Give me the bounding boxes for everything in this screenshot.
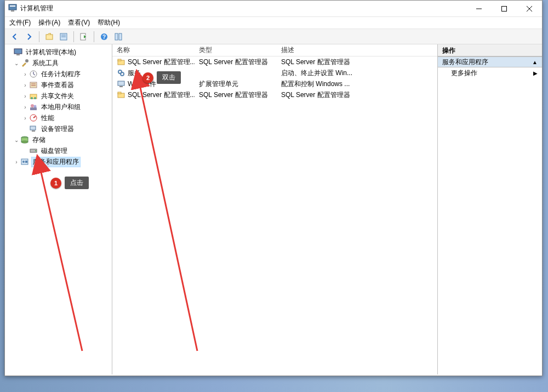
tree-services-apps[interactable]: › 服务和应用程序 bbox=[5, 156, 112, 167]
list-panel: 名称 类型 描述 SQL Server 配置管理...SQL Server 配置… bbox=[112, 44, 438, 374]
device-icon bbox=[29, 124, 38, 133]
svg-point-24 bbox=[31, 97, 33, 99]
show-hide-button[interactable] bbox=[112, 31, 125, 43]
svg-rect-39 bbox=[25, 161, 27, 163]
tree-storage[interactable]: ⌄ 存储 bbox=[5, 134, 112, 145]
window-title: 计算机管理 bbox=[20, 4, 53, 13]
col-name[interactable]: 名称 bbox=[112, 46, 195, 55]
tree-label: 设备管理器 bbox=[40, 124, 75, 134]
collapse-icon[interactable]: ⌄ bbox=[13, 137, 20, 143]
svg-text:?: ? bbox=[102, 34, 106, 40]
maximize-button[interactable] bbox=[492, 1, 517, 17]
clock-icon bbox=[29, 70, 38, 78]
cell-desc: 启动、终止并设置 Win... bbox=[277, 69, 437, 78]
actions-category-label: 服务和应用程序 bbox=[442, 58, 488, 67]
cell-type: 扩展管理单元 bbox=[195, 79, 277, 89]
svg-point-25 bbox=[34, 97, 36, 99]
svg-rect-1 bbox=[10, 5, 15, 7]
cell-desc: SQL Server 配置管理器 bbox=[277, 58, 437, 67]
tree-device-manager[interactable]: 设备管理器 bbox=[5, 123, 112, 134]
tree-label: 存储 bbox=[31, 135, 47, 145]
cell-name: 服务 bbox=[112, 69, 195, 78]
svg-rect-41 bbox=[118, 59, 121, 61]
menu-file[interactable]: 文件(F) bbox=[9, 18, 31, 27]
tree-system-tools[interactable]: ⌄ 系统工具 bbox=[5, 58, 112, 69]
expand-icon[interactable]: › bbox=[21, 115, 29, 121]
tree-local-users[interactable]: › 本地用户和组 bbox=[5, 101, 112, 112]
tree-label: 性能 bbox=[40, 113, 55, 123]
cell-desc: SQL Server 配置管理器 bbox=[277, 90, 437, 100]
tree-label: 服务和应用程序 bbox=[31, 157, 81, 167]
svg-rect-28 bbox=[30, 107, 37, 110]
properties-button[interactable] bbox=[57, 31, 70, 43]
separator bbox=[73, 31, 74, 42]
expand-icon[interactable]: › bbox=[13, 159, 20, 165]
tree-root-label: 计算机管理(本地) bbox=[25, 48, 77, 57]
row-icon bbox=[117, 79, 125, 88]
minimize-button[interactable] bbox=[466, 1, 492, 17]
menubar: 文件(F) 操作(A) 查看(V) 帮助(H) bbox=[5, 17, 542, 29]
disk-icon bbox=[29, 146, 38, 155]
close-button[interactable] bbox=[517, 1, 542, 17]
tree-disk-management[interactable]: 磁盘管理 bbox=[5, 145, 112, 156]
actions-more[interactable]: 更多操作 ▶ bbox=[438, 67, 542, 78]
svg-rect-16 bbox=[14, 49, 22, 54]
shared-folder-icon bbox=[29, 92, 38, 100]
collapse-icon[interactable]: ⌄ bbox=[13, 60, 20, 66]
tree-root[interactable]: 计算机管理(本地) bbox=[5, 47, 112, 58]
col-type[interactable]: 类型 bbox=[195, 46, 277, 55]
expand-icon[interactable]: › bbox=[21, 71, 29, 77]
svg-rect-47 bbox=[118, 92, 121, 94]
tree-shared-folders[interactable]: › 共享文件夹 bbox=[5, 90, 112, 101]
svg-rect-2 bbox=[11, 10, 14, 12]
list-row[interactable]: WMI 控件扩展管理单元配置和控制 Windows ... bbox=[112, 78, 437, 89]
list-row[interactable]: SQL Server 配置管理...SQL Server 配置管理器SQL Se… bbox=[112, 89, 437, 100]
cell-desc: 配置和控制 Windows ... bbox=[277, 79, 437, 89]
export-button[interactable] bbox=[77, 31, 90, 43]
cell-name: WMI 控件 bbox=[112, 79, 195, 89]
svg-point-18 bbox=[25, 59, 28, 63]
tree-performance[interactable]: › 性能 bbox=[5, 112, 112, 123]
help-button[interactable]: ? bbox=[98, 31, 111, 43]
expand-icon[interactable]: › bbox=[21, 82, 29, 88]
svg-rect-17 bbox=[16, 54, 20, 55]
tree-event-viewer[interactable]: › 事件查看器 bbox=[5, 79, 112, 90]
col-desc[interactable]: 描述 bbox=[277, 46, 437, 55]
tree-label: 本地用户和组 bbox=[40, 103, 82, 112]
list-row[interactable]: SQL Server 配置管理...SQL Server 配置管理器SQL Se… bbox=[112, 56, 437, 67]
computer-icon bbox=[14, 48, 22, 56]
tree-panel[interactable]: 计算机管理(本地) ⌄ 系统工具 › 任务计划程序 › 事件查看器 › 共享文件… bbox=[5, 44, 112, 374]
actions-header: 操作 bbox=[438, 44, 542, 56]
menu-help[interactable]: 帮助(H) bbox=[98, 18, 120, 27]
tree-label: 任务计划程序 bbox=[40, 70, 82, 79]
event-icon bbox=[29, 81, 38, 89]
actions-panel: 操作 服务和应用程序 ▲ 更多操作 ▶ bbox=[438, 44, 542, 374]
cell-type: SQL Server 配置管理器 bbox=[195, 58, 277, 67]
forward-button[interactable] bbox=[22, 31, 36, 43]
svg-point-34 bbox=[21, 141, 28, 143]
tree-task-scheduler[interactable]: › 任务计划程序 bbox=[5, 69, 112, 79]
list-row[interactable]: 服务启动、终止并设置 Win... bbox=[112, 67, 437, 78]
tree-label: 磁盘管理 bbox=[40, 146, 68, 156]
svg-rect-44 bbox=[118, 81, 124, 86]
list-view[interactable]: 名称 类型 描述 SQL Server 配置管理...SQL Server 配置… bbox=[112, 44, 437, 374]
users-icon bbox=[29, 103, 38, 111]
performance-icon bbox=[29, 113, 38, 122]
separator bbox=[94, 31, 94, 42]
menu-action[interactable]: 操作(A) bbox=[38, 18, 60, 27]
up-button[interactable] bbox=[43, 31, 56, 43]
actions-category[interactable]: 服务和应用程序 ▲ bbox=[438, 56, 542, 67]
separator bbox=[39, 31, 39, 42]
body: 计算机管理(本地) ⌄ 系统工具 › 任务计划程序 › 事件查看器 › 共享文件… bbox=[5, 44, 542, 374]
collapse-arrow-icon: ▲ bbox=[532, 59, 538, 65]
menu-view[interactable]: 查看(V) bbox=[68, 18, 90, 27]
window-controls bbox=[466, 1, 542, 17]
svg-rect-30 bbox=[30, 126, 36, 130]
svg-rect-14 bbox=[115, 33, 118, 40]
expand-icon[interactable]: › bbox=[21, 104, 29, 110]
back-button[interactable] bbox=[8, 31, 21, 43]
cell-type: SQL Server 配置管理器 bbox=[195, 90, 277, 100]
svg-point-26 bbox=[31, 104, 34, 107]
tree-label: 事件查看器 bbox=[40, 81, 75, 90]
expand-icon[interactable]: › bbox=[21, 93, 29, 99]
